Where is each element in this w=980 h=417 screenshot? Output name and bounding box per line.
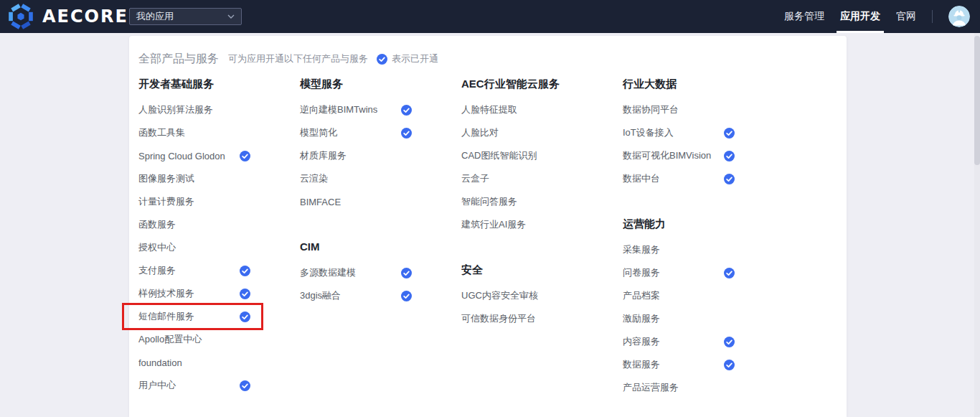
- service-item[interactable]: 多源数据建模: [300, 261, 412, 284]
- service-item-label: 云渲染: [300, 172, 328, 185]
- enabled-check-icon: [240, 151, 250, 161]
- service-item[interactable]: 数据可视化BIMVision: [623, 144, 735, 167]
- chevron-down-icon: [227, 14, 235, 19]
- service-item-label: foundation: [138, 357, 182, 368]
- brand-name: AECORE: [42, 6, 128, 27]
- brand-logo[interactable]: AECORE: [7, 1, 128, 32]
- service-item-label: 数据服务: [623, 358, 660, 371]
- service-item[interactable]: 激励服务: [623, 307, 735, 330]
- service-item[interactable]: CAD图纸智能识别: [461, 144, 573, 167]
- service-item[interactable]: BIMFACE: [300, 190, 412, 213]
- enabled-check-icon: [724, 337, 735, 347]
- service-item[interactable]: 计量计费服务: [138, 190, 250, 213]
- service-item-label: 授权中心: [138, 241, 176, 254]
- nav-link-3[interactable]: 官网: [896, 0, 916, 33]
- service-item[interactable]: 问卷服务: [623, 261, 735, 284]
- service-item-label: 人脸比对: [461, 126, 499, 139]
- scrollbar-thumb[interactable]: [974, 36, 980, 165]
- app-select-dropdown[interactable]: 我的应用: [129, 8, 242, 25]
- app-select-value: 我的应用: [136, 10, 174, 23]
- service-item[interactable]: 人脸比对: [461, 121, 573, 144]
- service-item-label: CAD图纸智能识别: [461, 149, 537, 162]
- service-item-label: 逆向建模BIMTwins: [300, 103, 377, 116]
- service-item[interactable]: 建筑行业AI服务: [461, 213, 573, 236]
- service-item[interactable]: 支付服务: [138, 259, 250, 282]
- service-item[interactable]: 数据中台: [623, 167, 735, 190]
- enabled-check-icon: [724, 268, 735, 278]
- enabled-check-icon: [401, 105, 412, 116]
- service-section: 开发者基础服务人脸识别算法服务函数工具集Spring Cloud Glodon图…: [138, 76, 300, 397]
- service-section: CIM多源数据建模3dgis融合: [300, 239, 461, 307]
- service-item-label: 数据中台: [623, 172, 660, 185]
- service-item[interactable]: 智能问答服务: [461, 190, 573, 213]
- legend: 表示已开通: [377, 52, 438, 65]
- service-item-label: 函数工具集: [138, 126, 185, 139]
- service-item[interactable]: 产品运营服务: [623, 376, 735, 399]
- enabled-check-icon: [401, 268, 412, 278]
- service-item[interactable]: 数据协同平台: [623, 98, 735, 121]
- service-section: 模型服务逆向建模BIMTwins模型简化材质库服务云渲染BIMFACE: [300, 76, 461, 213]
- service-item[interactable]: 材质库服务: [300, 144, 412, 167]
- enabled-check-icon: [240, 266, 250, 276]
- service-item[interactable]: Spring Cloud Glodon: [138, 144, 250, 167]
- service-item-label: 智能问答服务: [461, 195, 517, 208]
- enabled-check-icon: [401, 291, 412, 301]
- service-column-1: 开发者基础服务人脸识别算法服务函数工具集Spring Cloud Glodon图…: [138, 76, 300, 399]
- service-section: 行业大数据数据协同平台IoT设备接入数据可视化BIMVision数据中台: [623, 76, 784, 190]
- service-item[interactable]: 云渲染: [300, 167, 412, 190]
- service-item[interactable]: 短信邮件服务: [138, 305, 250, 328]
- service-section: 安全UGC内容安全审核可信数据身份平台: [461, 262, 623, 330]
- service-item[interactable]: Apollo配置中心: [138, 328, 250, 351]
- service-section: 运营能力采集服务问卷服务产品档案激励服务内容服务数据服务产品运营服务: [623, 216, 784, 399]
- nav-link-2[interactable]: 应用开发: [840, 0, 880, 33]
- service-item-label: UGC内容安全审核: [461, 289, 538, 302]
- service-item[interactable]: 授权中心: [138, 236, 250, 259]
- enabled-check-icon: [240, 289, 250, 299]
- service-item-label: IoT设备接入: [623, 126, 674, 139]
- service-item[interactable]: 函数服务: [138, 213, 250, 236]
- service-item-label: Spring Cloud Glodon: [138, 151, 225, 161]
- service-item[interactable]: 人脸识别算法服务: [138, 98, 250, 121]
- section-title: CIM: [300, 239, 461, 254]
- products-panel: 全部产品与服务 可为应用开通以下任何产品与服务 表示已开通 开发者基础服务人脸识…: [129, 36, 847, 417]
- service-item[interactable]: 可信数据身份平台: [461, 307, 573, 330]
- nav-divider: [932, 10, 933, 23]
- nav-link-1[interactable]: 服务管理: [784, 0, 824, 33]
- aecore-logo-icon: [7, 1, 34, 32]
- user-avatar[interactable]: [948, 6, 970, 27]
- service-item[interactable]: 采集服务: [623, 238, 735, 261]
- service-item-label: 内容服务: [623, 335, 660, 348]
- service-item[interactable]: IoT设备接入: [623, 121, 735, 144]
- service-item-label: Apollo配置中心: [138, 333, 202, 346]
- legend-label: 表示已开通: [392, 52, 438, 65]
- service-item[interactable]: foundation: [138, 351, 250, 374]
- header-nav: 服务管理应用开发官网: [784, 0, 970, 33]
- worker-avatar-icon: [948, 6, 970, 27]
- service-item[interactable]: 数据服务: [623, 353, 735, 376]
- service-item[interactable]: 3dgis融合: [300, 284, 412, 307]
- service-item-label: 激励服务: [623, 312, 660, 325]
- service-item-label: 材质库服务: [300, 149, 347, 162]
- service-item[interactable]: 用户中心: [138, 374, 250, 397]
- service-item-label: 采集服务: [623, 243, 660, 256]
- service-item-label: 建筑行业AI服务: [461, 218, 526, 231]
- service-item[interactable]: 逆向建模BIMTwins: [300, 98, 412, 121]
- service-item-label: 数据可视化BIMVision: [623, 149, 711, 162]
- service-item[interactable]: 人脸特征提取: [461, 98, 573, 121]
- service-item[interactable]: 内容服务: [623, 330, 735, 353]
- service-item[interactable]: 函数工具集: [138, 121, 250, 144]
- service-item[interactable]: 图像服务测试: [138, 167, 250, 190]
- service-item-label: BIMFACE: [300, 197, 341, 207]
- section-title: 安全: [461, 262, 623, 277]
- service-item[interactable]: UGC内容安全审核: [461, 284, 573, 307]
- service-item[interactable]: 样例技术服务: [138, 282, 250, 305]
- enabled-check-icon: [377, 54, 387, 65]
- section-title: AEC行业智能云服务: [461, 76, 623, 91]
- enabled-check-icon: [724, 360, 735, 370]
- service-columns: 开发者基础服务人脸识别算法服务函数工具集Spring Cloud Glodon图…: [138, 76, 847, 399]
- service-item[interactable]: 模型简化: [300, 121, 412, 144]
- section-title: 运营能力: [623, 216, 784, 231]
- service-item-label: 3dgis融合: [300, 289, 341, 302]
- service-item[interactable]: 产品档案: [623, 284, 735, 307]
- service-item[interactable]: 云盒子: [461, 167, 573, 190]
